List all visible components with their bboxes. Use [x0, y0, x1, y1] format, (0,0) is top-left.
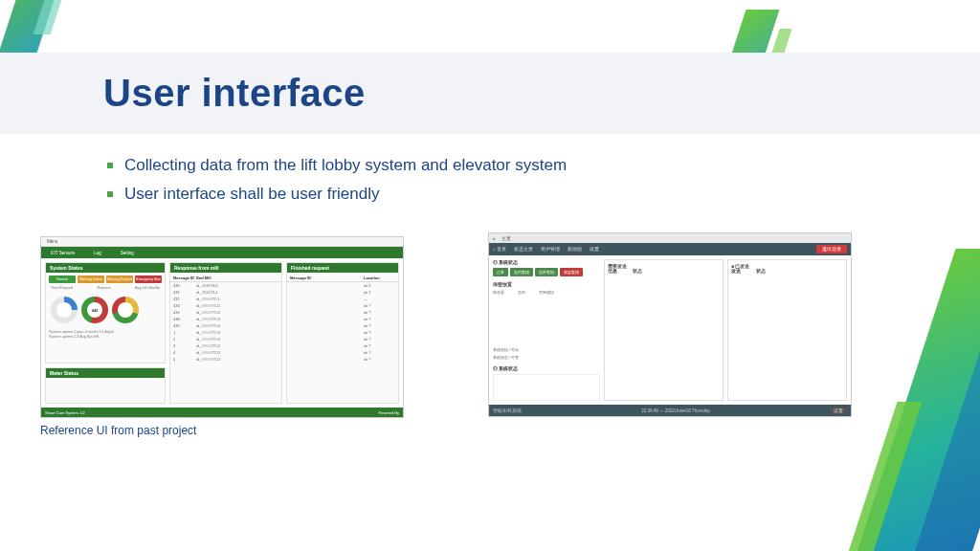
table-row: ok ?: [287, 356, 398, 363]
bullet-item: Collecting data from the lift lobby syst…: [107, 156, 567, 175]
tab: Setting: [111, 251, 144, 255]
table-row: ok ?: [287, 342, 398, 349]
bullet-item: User interface shall be user friendly: [107, 185, 567, 204]
table-row: ok ?: [287, 316, 398, 322]
system-status-panel: System Status NormalWarning IndoorWarnin…: [45, 262, 166, 364]
table-row: ok ?: [287, 302, 398, 309]
left-ui-footer: Smart Care System 1.0 Powered By: [41, 408, 403, 417]
col-label: 保存量: [493, 290, 504, 295]
footer-text: 设置: [830, 408, 847, 414]
col-label: 状态: [756, 269, 766, 274]
left-ui-menubar: Menu: [41, 237, 403, 247]
footer-time: 22:36:49 — 2022/June/10 Thursday: [641, 408, 710, 413]
footer-text: Powered By: [378, 410, 399, 415]
title-bar: User interface: [0, 53, 980, 134]
nav-item: ⌂ 首页: [493, 247, 506, 252]
table-row: ok ?: [287, 349, 398, 356]
table-row: ok ?: [287, 309, 398, 316]
table-row: 433id_#####77-0: [170, 302, 281, 309]
panel-header: Finished request: [287, 263, 398, 273]
nav-item: 状态主页: [514, 247, 533, 252]
menu-item: Menu: [47, 239, 57, 244]
chart-label: Request: [98, 286, 111, 290]
nav-item: 设置: [590, 247, 599, 252]
table-row: 430id_#51179-0: [170, 282, 281, 289]
table-row: 439id_#####77-0: [170, 322, 281, 329]
section-label: 系统初始 / 可插: [493, 347, 600, 352]
table-row: 1id_#####77-0: [170, 329, 281, 336]
table-row: ok 0: [287, 282, 398, 289]
right-ui-footer: 智能布料系统 22:36:49 — 2022/June/10 Thursday …: [489, 405, 851, 416]
footer-text: 智能布料系统: [493, 408, 522, 413]
status-chip: 室内警报: [510, 268, 533, 276]
table-row: 3id_#####77-0: [170, 342, 281, 349]
table-row: 438id_#####77-0: [170, 316, 281, 322]
col-label: 信息: [608, 269, 617, 274]
table-row: ok ?: [287, 322, 398, 329]
status-note: System uptime 2.3 Avg Sys Eff.: [49, 335, 162, 340]
left-ui-tabs: IOT Sensors Log Setting: [41, 247, 403, 258]
chart-label: Avg Lift Identify: [135, 286, 160, 290]
page-title: User interface: [0, 53, 980, 115]
logout-button: 退出登录: [816, 245, 847, 253]
footer-text: Smart Care System 1.0: [45, 410, 85, 415]
panel-header: Meter Status: [46, 368, 165, 378]
status-button: Normal: [49, 276, 76, 283]
table-row: ok ?: [287, 336, 398, 342]
right-ui-topbar: ●主页: [489, 233, 851, 243]
status-button: Warning Indoor: [78, 276, 104, 283]
tab: IOT Sensors: [41, 251, 84, 255]
right-ui-nav: ⌂ 首页状态主页用户管理新画面设置 退出登录: [489, 243, 851, 255]
panel-header: System Status: [46, 263, 165, 273]
table-row: 434id_#####77-0: [170, 309, 281, 316]
status-button: Emergency Max: [135, 276, 162, 283]
donut-chart: [51, 297, 78, 323]
status-chip: 正常: [493, 268, 508, 276]
table-row: 2id_#####77-0: [170, 336, 281, 342]
table-row: 4id_#####77-0: [170, 349, 281, 356]
section-label: 保密放置: [493, 282, 600, 287]
finished-panel: Finished request Message IDLocationok 0o…: [286, 262, 399, 404]
reference-ui-left: Menu IOT Sensors Log Setting System Stat…: [40, 236, 404, 418]
nav-item: 用户管理: [541, 247, 560, 252]
status-chip: 室外警报: [535, 268, 558, 276]
caption: Reference UI from past project: [40, 424, 196, 437]
meter-status-panel: Meter Status: [45, 367, 166, 404]
response-panel: Response from mill Message IDEnd Mill430…: [169, 262, 282, 404]
bullet-list: Collecting data from the lift lobby syst…: [107, 156, 567, 213]
table-row: 432id_#####77-1: [170, 296, 281, 302]
mid-panel: 需要发送 信息 状态: [604, 259, 724, 401]
status-button: Warning Outdoor: [106, 276, 133, 283]
donut-chart: 443: [81, 297, 108, 323]
breadcrumb: 主页: [501, 236, 511, 241]
panel-header: Response from mill: [170, 263, 281, 273]
table-row: 431id_#51179-1: [170, 289, 281, 296]
chart-label: Time Elapsed: [51, 286, 73, 290]
col-label: 状态: [633, 269, 642, 274]
section-label: 系统状态 / 可更: [493, 355, 600, 360]
reference-ui-right: ●主页 ⌂ 首页状态主页用户管理新画面设置 退出登录 ◎ 系统状态 正常室内警报…: [488, 232, 852, 417]
table-row: 5id_#####77-0: [170, 356, 281, 363]
col-label: 发送: [731, 269, 741, 274]
table-row: ok 1: [287, 289, 398, 296]
col-label: 空闲模块: [539, 290, 554, 295]
col-label: 总值: [518, 290, 525, 295]
panel-header: ◎ 系统状态: [493, 259, 600, 265]
nav-item: 新画面: [568, 247, 582, 252]
tab: Log: [84, 251, 111, 255]
right-panel: ■ 已发送 发送 状态: [727, 259, 847, 401]
table-row: —: [287, 296, 398, 302]
donut-chart: [112, 297, 139, 323]
table-row: ok ?: [287, 329, 398, 336]
status-chip: 紧急警报: [560, 268, 583, 276]
panel-header: ◎ 系统状态: [493, 365, 600, 371]
